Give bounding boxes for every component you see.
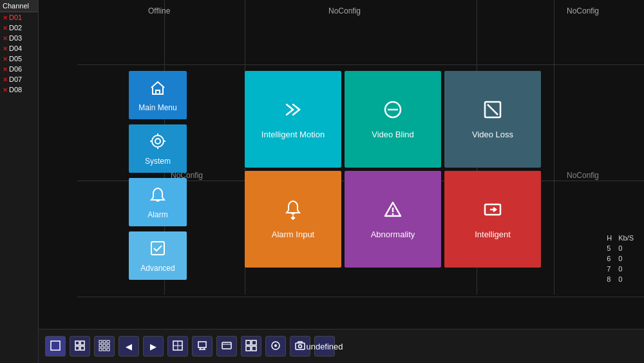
svg-line-10 xyxy=(488,104,498,115)
svg-rect-19 xyxy=(80,346,84,350)
display-btn[interactable] xyxy=(192,336,213,357)
left-menu-panel: Main MenuSystemAlarmAdvanced xyxy=(129,71,190,280)
stats-val: 0 xyxy=(616,275,636,284)
menu-label: Main Menu xyxy=(138,103,176,112)
channel-item-d08[interactable]: ✕D08 xyxy=(0,84,38,95)
channel-item-d06[interactable]: ✕D06 xyxy=(0,64,38,74)
next-btn[interactable]: ▶ xyxy=(143,336,164,357)
stats-h-label: H xyxy=(604,233,614,242)
stats-ch: 5 xyxy=(604,244,614,253)
one-channel-btn[interactable] xyxy=(45,336,66,357)
svg-rect-40 xyxy=(252,346,256,351)
stats-row: 50 xyxy=(604,244,636,253)
toolbar-btn-icon-8 xyxy=(245,340,257,353)
stats-val: 0 xyxy=(616,244,636,253)
channel-label: D08 xyxy=(9,86,22,93)
menu-btn[interactable]: undefined xyxy=(314,336,335,357)
svg-rect-6 xyxy=(151,242,164,255)
channel-label: D07 xyxy=(9,75,22,83)
x-icon: ✕ xyxy=(3,25,8,32)
noconfig-label-2: NoConfig xyxy=(567,6,599,15)
channel-label: D01 xyxy=(9,14,22,21)
four-channel-btn[interactable] xyxy=(70,336,90,357)
x-icon: ✕ xyxy=(3,76,8,83)
menu-icon-2 xyxy=(149,186,167,208)
toolbar-btn-icon-6 xyxy=(196,340,208,353)
tile-abnormality[interactable]: Abnormality xyxy=(345,171,441,268)
channel-item-d03[interactable]: ✕D03 xyxy=(0,33,38,43)
svg-rect-22 xyxy=(107,340,109,343)
tile-video-blind[interactable]: Video Blind xyxy=(345,71,441,168)
tile-alarm-input[interactable]: Alarm Input xyxy=(245,171,341,268)
x-icon: ✕ xyxy=(3,35,8,42)
tile-video-loss[interactable]: Video Loss xyxy=(444,71,541,168)
svg-rect-25 xyxy=(107,344,109,347)
tile-label: Video Loss xyxy=(472,130,513,139)
svg-rect-15 xyxy=(51,341,60,350)
prev-btn[interactable]: ◀ xyxy=(118,336,139,357)
monitor-btn[interactable] xyxy=(216,336,237,357)
svg-point-13 xyxy=(392,213,394,215)
svg-rect-20 xyxy=(99,340,102,343)
menu-tile-alarm[interactable]: Alarm xyxy=(129,178,187,226)
channel-item-d02[interactable]: ✕D02 xyxy=(0,23,38,33)
toolbar-btn-icon-9 xyxy=(270,340,281,353)
nine-channel-btn[interactable] xyxy=(94,336,115,357)
svg-rect-24 xyxy=(103,344,106,347)
grid-btn[interactable] xyxy=(167,336,188,357)
h-divider-top xyxy=(77,64,644,65)
channel-item-d01[interactable]: ✕D01 xyxy=(0,12,38,23)
menu-tile-advanced[interactable]: Advanced xyxy=(129,231,187,280)
stats-ch: 7 xyxy=(604,264,614,273)
menu-tile-system[interactable]: System xyxy=(129,124,187,173)
toolbar-btn-icon-7 xyxy=(221,340,232,353)
menu-icon-3 xyxy=(149,239,167,261)
tile-icon-2 xyxy=(482,99,503,124)
stats-panel: H Kb/S 50607080 xyxy=(603,232,638,285)
stats-kbs-label: Kb/S xyxy=(616,233,636,242)
quad-btn[interactable] xyxy=(241,336,261,357)
svg-rect-17 xyxy=(80,341,84,345)
noconfig-label-4: NoConfig xyxy=(567,171,599,180)
channel-item-d05[interactable]: ✕D05 xyxy=(0,54,38,64)
toolbar-btn-icon-4: ▶ xyxy=(150,342,156,351)
record-btn[interactable] xyxy=(265,336,286,357)
tile-icon-3 xyxy=(283,199,303,224)
svg-rect-23 xyxy=(99,344,102,347)
tile-intelligent[interactable]: Intelligent xyxy=(444,171,541,268)
stats-row: 60 xyxy=(604,254,636,263)
channel-label: D05 xyxy=(9,55,22,63)
x-icon: ✕ xyxy=(3,45,8,52)
toolbar-btn-icon-1 xyxy=(74,340,86,353)
tile-grid: Intelligent MotionVideo BlindVideo LossA… xyxy=(245,71,544,268)
svg-point-1 xyxy=(155,139,160,144)
channel-label: D04 xyxy=(9,44,22,52)
x-icon: ✕ xyxy=(3,14,8,21)
stats-val: 0 xyxy=(616,264,636,273)
tile-intelligent-motion[interactable]: Intelligent Motion xyxy=(245,71,341,168)
channel-item-d07[interactable]: ✕D07 xyxy=(0,74,38,84)
noconfig-label-1: NoConfig xyxy=(328,6,361,15)
svg-point-42 xyxy=(274,344,277,347)
channel-sidebar: Channel ✕D01✕D02✕D03✕D04✕D05✕D06✕D07✕D08 xyxy=(0,0,39,363)
offline-label: Offline xyxy=(148,6,170,15)
svg-rect-37 xyxy=(246,340,251,345)
menu-tile-main-menu[interactable]: Main Menu xyxy=(129,71,187,119)
menu-label: Alarm xyxy=(147,210,167,219)
tile-icon-5 xyxy=(482,199,503,224)
channel-list: ✕D01✕D02✕D03✕D04✕D05✕D06✕D07✕D08 xyxy=(0,12,38,95)
svg-point-0 xyxy=(152,135,164,147)
channel-item-d04[interactable]: ✕D04 xyxy=(0,43,38,54)
channel-label: D03 xyxy=(9,34,22,42)
tile-label: Intelligent Motion xyxy=(261,130,325,139)
svg-rect-39 xyxy=(246,346,251,351)
toolbar-btn-icon-11: undefined xyxy=(306,342,343,351)
menu-icon-1 xyxy=(149,132,167,154)
channel-label: D06 xyxy=(9,65,22,73)
svg-rect-35 xyxy=(222,342,231,349)
channel-header: Channel xyxy=(0,0,38,12)
toolbar-btn-icon-3: ◀ xyxy=(126,342,132,351)
tile-label: Alarm Input xyxy=(272,230,314,239)
tile-icon-0 xyxy=(283,99,303,124)
tile-label: Intelligent xyxy=(475,230,511,239)
